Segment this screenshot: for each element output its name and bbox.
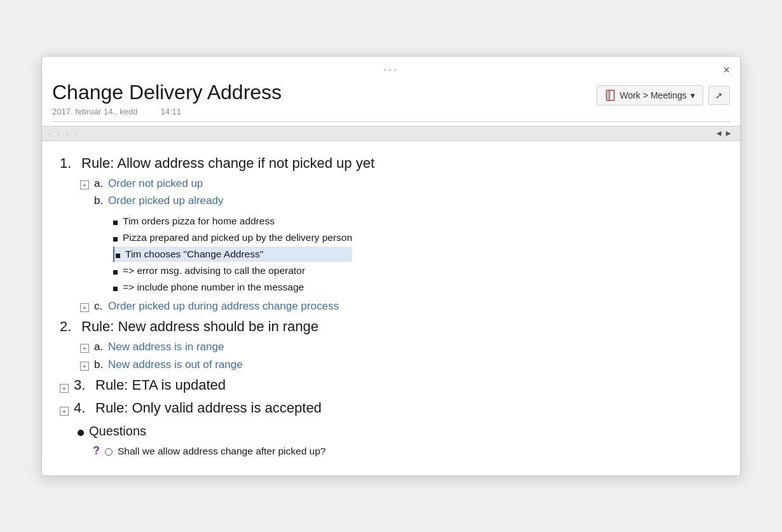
expand-box-2a[interactable]: + <box>80 344 89 353</box>
rule-1a-letter: a. <box>94 175 106 192</box>
subtitle-row: 2017. február 14., kedd 14:11 <box>42 106 740 116</box>
rule-1b-spacer <box>80 193 92 208</box>
page-title: Change Delivery Address <box>52 81 282 104</box>
question-1-text: Shall we allow address change after pick… <box>118 444 326 459</box>
rule-1-text: Rule: Allow address change if not picked… <box>81 153 374 174</box>
rule-1-label: 1. Rule: Allow address change if not pic… <box>60 153 725 174</box>
header-row: Change Delivery Address Work > Meetings … <box>42 78 740 106</box>
bullet-item-4: => error msg. advising to call the opera… <box>113 263 352 278</box>
rule-1b-link[interactable]: Order picked up already <box>108 193 223 209</box>
rule-2b-item: + b. New address is out of range <box>80 357 725 373</box>
bullet-4-text: => error msg. advising to call the opera… <box>123 263 305 278</box>
rule-2-sublist: + a. New address is in range + b. New ad… <box>80 339 725 373</box>
rule-1a-item: + a. Order not picked up <box>80 175 725 192</box>
bullet-sq-icon <box>113 237 118 242</box>
dots-menu[interactable]: ··· <box>52 63 730 78</box>
rule-2-label: 2. Rule: New address should be in range <box>60 316 725 338</box>
rule-2a-letter: a. <box>94 339 106 355</box>
rule-2b-link[interactable]: New address is out of range <box>108 357 243 373</box>
rule-3-num: 3. <box>74 374 92 396</box>
bullet-item-5: => include phone number in the message <box>113 280 352 295</box>
bullet-5-text: => include phone number in the message <box>123 280 304 295</box>
rule-1b-bullets: Tim orders pizza for home address Pizza … <box>113 214 352 296</box>
svg-rect-0 <box>607 90 614 100</box>
rule-1b-item: b. Order picked up already Tim orders pi… <box>80 193 725 297</box>
rule-2a-item: + a. New address is in range <box>80 339 725 355</box>
header-divider <box>52 121 730 122</box>
rule-2b-letter: b. <box>94 357 106 373</box>
title-bar: ··· × <box>42 57 740 78</box>
notebook-button[interactable]: Work > Meetings ▾ <box>596 85 703 106</box>
content-bar: · · · · ◄► <box>42 126 740 141</box>
expand-box-1a[interactable]: + <box>80 181 89 189</box>
bullet-2-text: Pizza prepared and picked up by the deli… <box>123 230 352 245</box>
bullet-sq-icon <box>113 270 118 275</box>
questions-title: Questions <box>89 421 146 441</box>
rule-1c-item: + c. Order picked up during address chan… <box>80 298 725 315</box>
rule-1b-letter: b. <box>94 193 106 209</box>
bullet-item-3: Tim chooses "Change Address" <box>113 247 352 262</box>
outline-list: 1. Rule: Allow address change if not pic… <box>60 153 725 419</box>
rule-1a-link[interactable]: Order not picked up <box>108 175 203 192</box>
content-bar-arrows: ◄► <box>715 128 734 138</box>
content-bar-dots: · · · · <box>48 128 79 139</box>
expand-button[interactable]: ➚ <box>708 86 730 105</box>
rule-4-label: + 4. Rule: Only valid address is accepte… <box>60 397 725 419</box>
bullet-3-text: Tim chooses "Change Address" <box>125 247 263 262</box>
questions-section: Questions ? Shall we allow address chang… <box>78 421 725 460</box>
expand-box-3[interactable]: + <box>60 384 69 393</box>
question-mark-icon: ? <box>93 442 100 460</box>
bullet-item-2: Pizza prepared and picked up by the deli… <box>113 230 352 245</box>
rule-3: + 3. Rule: ETA is updated <box>60 374 725 396</box>
rule-4-num: 4. <box>74 397 92 419</box>
q-circle-icon <box>105 448 113 456</box>
rule-1c-letter: c. <box>94 298 106 315</box>
rule-1-sublist: + a. Order not picked up b. Order picked… <box>80 175 725 315</box>
rule-3-text: Rule: ETA is updated <box>95 374 226 396</box>
rule-4-text: Rule: Only valid address is accepted <box>95 397 322 419</box>
rule-1-num: 1. <box>60 153 78 174</box>
bullet-item-1: Tim orders pizza for home address <box>113 214 352 229</box>
expand-box-1c[interactable]: + <box>80 303 89 312</box>
rule-2a-link[interactable]: New address is in range <box>108 339 224 355</box>
expand-icon: ➚ <box>715 90 723 100</box>
notebook-icon <box>605 90 616 101</box>
expand-box-2b[interactable]: + <box>80 362 89 371</box>
rule-2: 2. Rule: New address should be in range … <box>60 316 725 373</box>
header-right: Work > Meetings ▾ ➚ <box>596 85 730 106</box>
rule-2-num: 2. <box>60 316 78 338</box>
content-area: 1. Rule: Allow address change if not pic… <box>42 141 740 475</box>
bullet-sq-icon <box>113 221 118 225</box>
questions-label: Questions <box>78 421 725 441</box>
rule-1c-link[interactable]: Order picked up during address change pr… <box>108 298 339 315</box>
rule-4: + 4. Rule: Only valid address is accepte… <box>60 397 725 419</box>
question-item-1: ? Shall we allow address change after pi… <box>93 442 725 460</box>
bullet-round-icon <box>78 430 84 436</box>
bullet-sq-icon <box>116 254 120 258</box>
bullet-sq-icon <box>113 287 118 291</box>
expand-box-4[interactable]: + <box>60 407 69 416</box>
rule-3-label: + 3. Rule: ETA is updated <box>60 374 725 396</box>
notebook-label: Work > Meetings <box>620 90 687 100</box>
dropdown-arrow-icon: ▾ <box>690 90 695 100</box>
date-label: 2017. február 14., kedd <box>52 107 137 116</box>
rule-1: 1. Rule: Allow address change if not pic… <box>60 153 725 315</box>
bullet-1-text: Tim orders pizza for home address <box>123 214 275 229</box>
rule-2-text: Rule: New address should be in range <box>81 316 319 338</box>
time-label: 14:11 <box>160 107 181 116</box>
rule-1b-header: b. Order picked up already <box>80 193 223 209</box>
main-window: ··· × Change Delivery Address Work > Mee… <box>41 56 741 476</box>
close-button[interactable]: × <box>723 64 730 76</box>
